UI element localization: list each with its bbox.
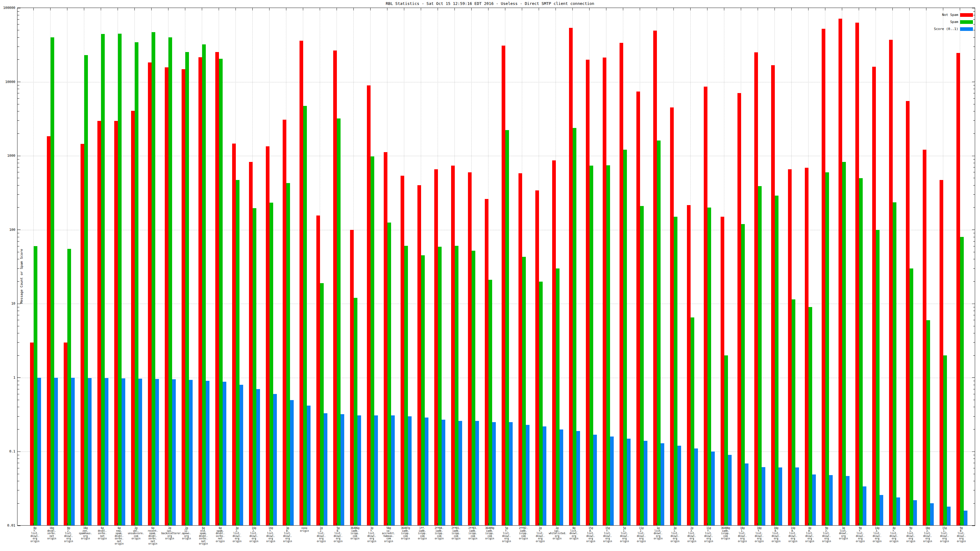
x-category-label: 15@ Y. list. dnswl. org origin: [599, 527, 616, 543]
x-category-label: 6@ dnsbl. sorbs. net origin: [94, 527, 111, 540]
legend-label-spam: Spam: [950, 20, 959, 24]
y-minor-tick: [973, 407, 975, 407]
x-category-label: 2@ Y. list. dnswl. org origin: [532, 527, 549, 543]
bar: [505, 130, 509, 525]
x-bottom-tick: [252, 523, 253, 526]
x-top-tick: [471, 8, 472, 10]
y-minor-tick: [18, 394, 19, 394]
y-minor-tick: [973, 342, 975, 343]
y-minor-tick: [18, 111, 19, 111]
bar: [266, 146, 269, 525]
x-category-label: 15@ 1. list. dnswl. org origin: [936, 527, 953, 543]
y-minor-tick: [18, 326, 19, 326]
y-major-tick: [18, 82, 21, 82]
bar: [956, 53, 960, 525]
bar: [822, 29, 825, 525]
x-category-label: 15@ 0. list. dnswl. org origin: [582, 527, 599, 543]
x-category-label: 6@ recent. spam. dnsbl. sorbs. net origi…: [145, 527, 161, 546]
x-category-label: 8@ Y. list. dnswl. org origin: [27, 527, 43, 543]
bar: [269, 203, 273, 525]
x-category-label: none origin: [296, 527, 313, 532]
x-bottom-tick: [67, 523, 67, 526]
x-category-label: 50@ sa-accredit. habeas. com origin: [380, 527, 397, 543]
bar: [542, 426, 546, 525]
bar: [910, 268, 913, 525]
y-minor-tick: [18, 268, 19, 269]
plot-area: Message Count or Spam Score: [17, 8, 975, 526]
bar: [930, 503, 934, 525]
legend-row-not-spam: Not Spam: [874, 13, 975, 17]
x-top-tick: [235, 8, 236, 10]
y-minor-tick: [973, 259, 975, 259]
y-minor-tick: [18, 320, 19, 320]
y-minor-tick: [973, 246, 975, 246]
bar: [586, 60, 590, 525]
y-minor-tick: [18, 15, 19, 15]
y-minor-tick: [973, 311, 975, 311]
x-top-tick: [707, 8, 708, 10]
x-category-label: 14@ 0. list. dnswl. org origin: [784, 527, 801, 543]
bar: [303, 106, 307, 525]
legend-label-not-spam: Not Spam: [942, 13, 958, 17]
x-bottom-tick: [101, 523, 101, 526]
bar: [458, 421, 462, 525]
bar: [576, 431, 580, 525]
bar: [795, 467, 799, 525]
x-category-label: 8@ 2. list. dnswl. org origin: [60, 527, 77, 543]
x-top-tick: [101, 8, 101, 10]
y-minor-tick: [973, 459, 975, 459]
y-minor-tick: [973, 333, 975, 333]
bar: [320, 283, 324, 525]
y-minor-tick: [18, 342, 19, 343]
bar: [896, 497, 900, 525]
x-top-tick: [875, 8, 876, 10]
bar: [135, 42, 138, 525]
x-category-label: 5@ Y. list. dnswl. org origin: [498, 527, 515, 543]
bar: [122, 378, 125, 525]
x-bottom-tick: [370, 523, 371, 526]
x-top-tick: [808, 8, 808, 10]
bar: [509, 422, 513, 525]
bar: [299, 41, 303, 525]
legend-swatch-spam-icon: [960, 20, 973, 24]
bar: [620, 43, 623, 525]
x-category-label: 36409@ iadb. isipp. com origin: [481, 527, 498, 540]
bar: [644, 441, 648, 525]
bar: [391, 415, 395, 525]
y-minor-tick: [18, 307, 19, 307]
x-bottom-tick: [50, 523, 51, 526]
x-bottom-tick: [892, 523, 893, 526]
x-top-tick: [303, 8, 303, 10]
y-minor-tick: [973, 389, 975, 389]
y-minor-tick: [18, 59, 19, 60]
bar: [593, 435, 597, 525]
x-top-tick: [741, 8, 741, 10]
bar: [539, 282, 542, 525]
bar: [30, 343, 34, 525]
rbl-statistics-chart: RBL Statistics - Sat Oct 15 12:59:16 EDT…: [0, 0, 980, 551]
x-top-tick: [859, 8, 859, 10]
bar: [421, 255, 425, 525]
y-tick-label: 0.01: [0, 524, 15, 527]
x-top-tick: [909, 8, 910, 10]
bar: [374, 415, 378, 525]
y-tick-label: 10000: [0, 80, 15, 84]
bar: [721, 217, 724, 525]
y-minor-tick: [973, 400, 975, 400]
x-bottom-tick: [539, 523, 539, 526]
y-minor-tick: [973, 455, 975, 455]
y-minor-tick: [18, 463, 19, 463]
bar: [455, 246, 458, 525]
y-minor-tick: [18, 503, 19, 503]
bar: [704, 87, 708, 525]
x-category-label: 6@ spam. dnsbl. sorbs. net origin: [212, 527, 229, 543]
x-bottom-tick: [134, 523, 135, 526]
bar: [623, 150, 627, 525]
y-minor-tick: [973, 93, 975, 94]
bar: [131, 111, 135, 525]
x-category-label: 3@ list. dnswl. org origin: [835, 527, 852, 540]
y-minor-tick: [18, 281, 19, 282]
y-minor-tick: [18, 315, 19, 315]
x-top-tick: [724, 8, 724, 10]
bar: [640, 206, 644, 525]
